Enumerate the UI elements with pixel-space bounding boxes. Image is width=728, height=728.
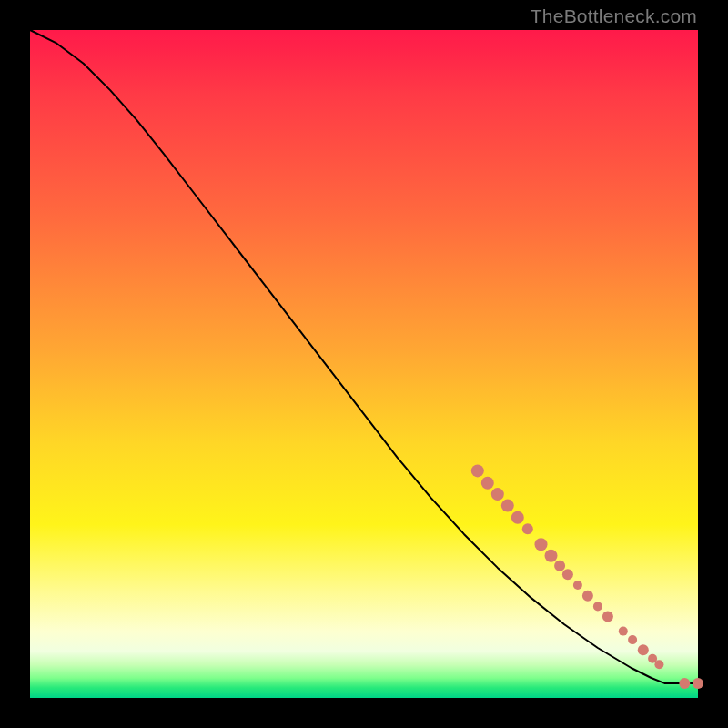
data-marker [481,477,494,490]
data-marker [545,550,558,562]
data-marker [501,500,514,512]
markers-group [471,464,703,689]
data-marker [511,511,524,524]
data-marker [602,612,613,622]
data-marker [491,488,504,500]
data-marker [562,569,573,580]
data-marker [522,523,533,534]
data-marker [679,678,690,689]
data-marker [554,561,565,571]
data-marker [471,464,484,477]
data-marker [628,635,637,644]
data-marker [693,678,703,689]
data-marker [535,538,548,551]
data-marker [619,627,628,636]
chart-overlay [30,30,698,698]
data-marker [654,660,663,669]
chart-frame: TheBottleneck.com [0,0,728,728]
bottleneck-curve [30,30,698,683]
data-marker [582,591,593,602]
data-marker [593,602,602,611]
data-marker [573,581,582,590]
data-marker [638,644,649,655]
attribution-label: TheBottleneck.com [531,5,697,27]
